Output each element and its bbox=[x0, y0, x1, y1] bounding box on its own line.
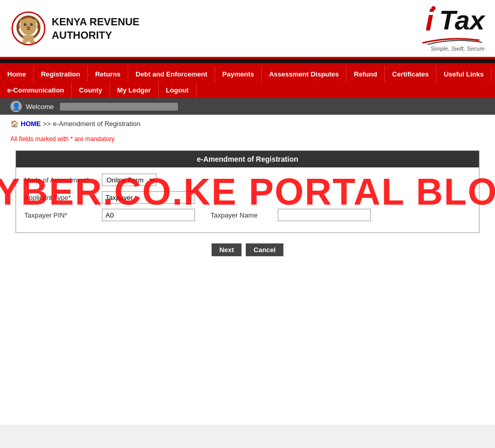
welcome-prefix: Welcome bbox=[26, 103, 54, 111]
button-row: Next Cancel bbox=[10, 243, 485, 256]
breadcrumb-separator: >> bbox=[43, 120, 51, 128]
svg-point-7 bbox=[27, 26, 31, 28]
nav-debt[interactable]: Debt and Enforcement bbox=[128, 66, 215, 82]
svg-point-11 bbox=[22, 41, 27, 43]
svg-point-12 bbox=[30, 41, 36, 43]
itax-logo: i Tax bbox=[425, 5, 485, 35]
breadcrumb-home-link[interactable]: HOME bbox=[21, 120, 41, 128]
applicant-row: Applicant Type* bbox=[24, 191, 471, 204]
nav-useful[interactable]: Useful Links bbox=[437, 66, 491, 82]
taxpayer-name-label: Taxpayer Name bbox=[211, 211, 273, 219]
nav-ecomm[interactable]: e-Communication bbox=[0, 82, 72, 98]
form-panel: e-Amendment of Registration Mode of Amen… bbox=[16, 150, 479, 233]
svg-point-6 bbox=[32, 23, 33, 24]
applicant-label: Applicant Type* bbox=[24, 194, 97, 202]
nav-certificates[interactable]: Certificates bbox=[385, 66, 437, 82]
mode-select[interactable]: Online Form Upload Form bbox=[102, 174, 157, 186]
mode-label: Mode of Amendment* bbox=[24, 176, 97, 184]
header: Kenya Revenue Authority i Tax Simple, Sw… bbox=[0, 0, 495, 59]
nav-refund[interactable]: Refund bbox=[347, 66, 385, 82]
nav-assessment[interactable]: Assessment Disputes bbox=[262, 66, 347, 82]
applicant-input[interactable] bbox=[102, 191, 195, 204]
main-content: 🏠 HOME >> e-Amendment of Registration Al… bbox=[0, 115, 495, 425]
svg-point-5 bbox=[25, 23, 26, 24]
nav-county[interactable]: County bbox=[72, 82, 110, 98]
nav-payments[interactable]: Payments bbox=[215, 66, 262, 82]
mode-row: Mode of Amendment* Online Form Upload Fo… bbox=[24, 174, 471, 186]
pin-input[interactable] bbox=[102, 209, 195, 221]
itax-tagline: Simple, Swift, Secure bbox=[430, 45, 485, 52]
svg-point-4 bbox=[31, 23, 33, 26]
cancel-button[interactable]: Cancel bbox=[246, 243, 283, 256]
nav-ledger[interactable]: My Ledger bbox=[110, 82, 159, 98]
welcome-bar: 👤 Welcome bbox=[0, 98, 495, 115]
user-icon: 👤 bbox=[10, 101, 22, 112]
nav-registration[interactable]: Registration bbox=[34, 66, 88, 82]
svg-point-3 bbox=[24, 23, 26, 26]
form-panel-title: e-Amendment of Registration bbox=[16, 151, 479, 167]
nav-row-2: e-Communication County My Ledger Logout bbox=[0, 82, 495, 98]
pin-label: Taxpayer PIN* bbox=[24, 211, 97, 219]
navigation: Home Registration Returns Debt and Enfor… bbox=[0, 66, 495, 98]
svg-point-1 bbox=[20, 17, 37, 35]
mandatory-note: All fields marked with * are mandatory bbox=[10, 135, 485, 143]
nav-logout[interactable]: Logout bbox=[159, 82, 197, 98]
kra-lion-icon bbox=[10, 10, 47, 47]
itax-tax-text: Tax bbox=[439, 7, 485, 34]
kra-logo: Kenya Revenue Authority bbox=[10, 10, 140, 47]
itax-swoosh-icon bbox=[417, 35, 485, 45]
breadcrumb: 🏠 HOME >> e-Amendment of Registration bbox=[10, 120, 485, 128]
form-area-wrapper: CYBER.CO.KE PORTAL BLOG e-Amendment of R… bbox=[10, 150, 485, 233]
welcome-username bbox=[60, 103, 178, 111]
itax-logo-wrapper: i Tax Simple, Swift, Secure bbox=[417, 5, 485, 52]
kra-name: Kenya Revenue Authority bbox=[52, 15, 140, 42]
nav-home[interactable]: Home bbox=[0, 66, 34, 82]
form-body: Mode of Amendment* Online Form Upload Fo… bbox=[16, 167, 479, 233]
breadcrumb-current: e-Amendment of Registration bbox=[53, 120, 140, 128]
next-button[interactable]: Next bbox=[212, 243, 242, 256]
taxpayer-name-input[interactable] bbox=[278, 209, 371, 221]
home-icon: 🏠 bbox=[10, 120, 19, 128]
black-bar bbox=[0, 59, 495, 63]
pin-name-row: Taxpayer PIN* Taxpayer Name bbox=[24, 209, 471, 221]
svg-rect-10 bbox=[23, 35, 34, 41]
nav-returns[interactable]: Returns bbox=[88, 66, 128, 82]
nav-row-1: Home Registration Returns Debt and Enfor… bbox=[0, 66, 495, 82]
itax-dot bbox=[431, 6, 436, 10]
